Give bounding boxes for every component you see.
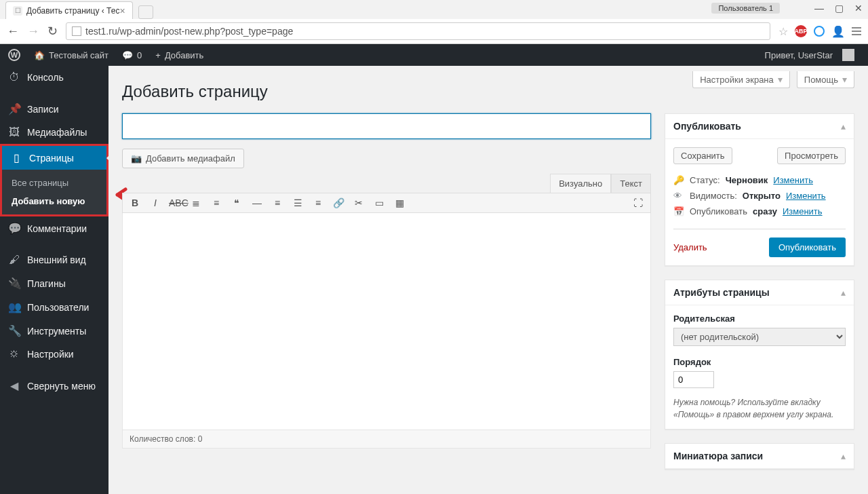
- preview-button[interactable]: Просмотреть: [777, 147, 846, 164]
- comments-link[interactable]: 💬0: [122, 50, 142, 60]
- italic-icon[interactable]: I: [149, 197, 162, 208]
- quote-icon[interactable]: ❝: [230, 197, 243, 208]
- close-tab-icon[interactable]: ×: [119, 5, 125, 16]
- close-window-icon[interactable]: ✕: [854, 3, 863, 14]
- publish-button[interactable]: Опубликовать: [769, 238, 846, 257]
- edit-schedule-link[interactable]: Изменить: [783, 206, 823, 216]
- sidebar-item-tools[interactable]: 🔧Инструменты: [0, 319, 108, 343]
- sidebar-sub-add-page[interactable]: Добавить новую: [2, 192, 106, 210]
- word-count: Количество слов: 0: [122, 430, 651, 449]
- site-link[interactable]: 🏠Тестовый сайт: [34, 50, 108, 60]
- editor-toolbar: B I ABC ≣ ≡ ❝ — ≡ ☰ ≡ 🔗 ✂ ▭ ▦ ⛶: [122, 193, 651, 213]
- url-text: test1.ru/wp-admin/post-new.php?post_type…: [85, 26, 293, 37]
- calendar-icon: 📅: [673, 206, 684, 216]
- sidebar-item-settings[interactable]: ⛭Настройки: [0, 343, 108, 366]
- attributes-title: Атрибуты страницы: [673, 287, 770, 298]
- sidebar-item-label: Комментарии: [27, 223, 87, 234]
- home-icon: 🏠: [34, 50, 45, 60]
- extension-icon[interactable]: [814, 26, 825, 37]
- box-toggle-icon[interactable]: ▴: [841, 451, 846, 461]
- back-button[interactable]: ←: [7, 24, 19, 39]
- wp-logo[interactable]: W: [8, 49, 20, 61]
- add-media-button[interactable]: 📷Добавить медиафайл: [122, 149, 244, 168]
- toolbar-toggle-icon[interactable]: ▦: [393, 197, 406, 208]
- camera-icon: 📷: [131, 153, 142, 164]
- bold-icon[interactable]: B: [128, 197, 142, 208]
- ul-icon[interactable]: ≣: [189, 197, 203, 208]
- post-title-input[interactable]: [122, 113, 651, 139]
- schedule-label: Опубликовать: [690, 206, 747, 216]
- ol-icon[interactable]: ≡: [210, 197, 223, 208]
- sidebar-item-dashboard[interactable]: ⏱Консоль: [0, 66, 108, 89]
- align-left-icon[interactable]: ≡: [271, 197, 284, 208]
- status-value: Черновик: [726, 175, 768, 185]
- brush-icon: 🖌: [8, 254, 20, 266]
- sidebar-item-label: Страницы: [29, 153, 74, 164]
- forward-button[interactable]: →: [27, 24, 39, 39]
- user-greeting[interactable]: Привет, UserStar: [765, 49, 860, 61]
- sidebar-item-plugins[interactable]: 🔌Плагины: [0, 271, 108, 295]
- edit-visibility-link[interactable]: Изменить: [786, 191, 826, 201]
- sidebar-item-pages[interactable]: ▯Страницы: [2, 146, 106, 170]
- tab-visual[interactable]: Визуально: [550, 174, 611, 193]
- chrome-menu-icon[interactable]: [852, 27, 861, 35]
- sidebar-item-appearance[interactable]: 🖌Внешний вид: [0, 248, 108, 271]
- dashboard-icon: ⏱: [8, 71, 20, 83]
- bookmark-icon[interactable]: ☆: [778, 25, 788, 38]
- content-editor[interactable]: [122, 213, 651, 430]
- unlink-icon[interactable]: ✂: [352, 197, 366, 208]
- publish-box: Опубликовать▴ Сохранить Просмотреть 🔑Ста…: [665, 113, 854, 266]
- sidebar-item-label: Инструменты: [27, 326, 86, 337]
- plugin-icon: 🔌: [8, 277, 20, 290]
- reload-button[interactable]: ↻: [47, 24, 58, 39]
- sidebar-item-users[interactable]: 👥Пользователи: [0, 295, 108, 319]
- more-icon[interactable]: ▭: [372, 197, 386, 208]
- parent-label: Родительская: [673, 314, 846, 324]
- visibility-value: Открыто: [743, 191, 781, 201]
- admin-sidebar: ⏱Консоль 📌Записи 🖼Медиафайлы ▯Страницы В…: [0, 66, 108, 494]
- page-icon: [72, 26, 81, 36]
- order-label: Порядок: [673, 357, 846, 367]
- align-center-icon[interactable]: ☰: [291, 197, 304, 208]
- screen-options-button[interactable]: Настройки экрана▾: [692, 71, 790, 88]
- save-draft-button[interactable]: Сохранить: [673, 147, 732, 164]
- strike-icon[interactable]: ABC: [169, 197, 182, 208]
- browser-tab[interactable]: ☐ Добавить страницу ‹ Тес ×: [5, 1, 133, 19]
- sidebar-item-label: Консоль: [27, 72, 64, 83]
- sidebar-item-media[interactable]: 🖼Медиафайлы: [0, 121, 108, 144]
- maximize-icon[interactable]: ▢: [835, 3, 844, 14]
- box-toggle-icon[interactable]: ▴: [841, 121, 846, 132]
- page-attributes-box: Атрибуты страницы▴ Родительская (нет род…: [665, 280, 854, 430]
- profile-badge[interactable]: Пользователь 1: [711, 3, 780, 14]
- parent-select[interactable]: (нет родительской): [673, 328, 846, 346]
- sidebar-item-label: Настройки: [27, 349, 74, 360]
- tab-title: Добавить страницу ‹ Тес: [26, 6, 119, 16]
- profile-icon[interactable]: 👤: [831, 25, 845, 38]
- sidebar-sub-all-pages[interactable]: Все страницы: [2, 174, 106, 192]
- new-content-link[interactable]: +Добавить: [155, 50, 203, 60]
- link-icon[interactable]: 🔗: [332, 197, 345, 208]
- new-tab-button[interactable]: [138, 5, 153, 19]
- abp-icon[interactable]: ABP: [795, 25, 807, 37]
- sidebar-item-comments[interactable]: 💬Комментарии: [0, 216, 108, 240]
- tab-text[interactable]: Текст: [611, 174, 651, 193]
- sidebar-item-collapse[interactable]: ◀Свернуть меню: [0, 374, 108, 398]
- schedule-value: сразу: [753, 206, 777, 216]
- sidebar-item-label: Свернуть меню: [27, 381, 96, 392]
- users-icon: 👥: [8, 301, 20, 314]
- collapse-icon: ◀: [8, 379, 20, 392]
- fullscreen-icon[interactable]: ⛶: [631, 197, 645, 208]
- align-right-icon[interactable]: ≡: [311, 197, 325, 208]
- edit-status-link[interactable]: Изменить: [773, 175, 813, 185]
- address-bar[interactable]: test1.ru/wp-admin/post-new.php?post_type…: [66, 22, 770, 40]
- sidebar-item-label: Медиафайлы: [27, 127, 87, 138]
- box-toggle-icon[interactable]: ▴: [841, 287, 846, 298]
- help-button[interactable]: Помощь▾: [797, 71, 854, 88]
- minimize-icon[interactable]: —: [814, 3, 824, 14]
- attributes-help: Нужна помощь? Используйте вкладку «Помощ…: [673, 396, 846, 421]
- sidebar-item-posts[interactable]: 📌Записи: [0, 97, 108, 121]
- order-input[interactable]: [673, 371, 714, 388]
- delete-link[interactable]: Удалить: [673, 242, 707, 252]
- settings-icon: ⛭: [8, 348, 20, 360]
- hr-icon[interactable]: —: [250, 197, 264, 208]
